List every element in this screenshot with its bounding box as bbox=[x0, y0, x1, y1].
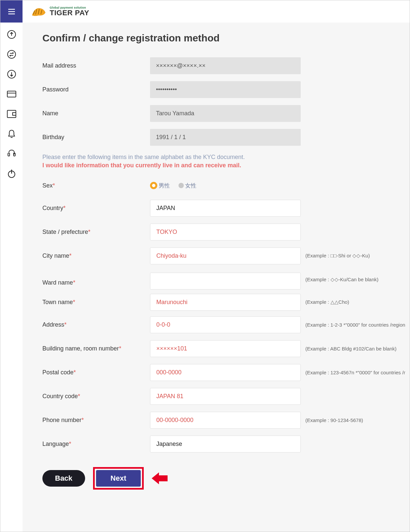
input-building[interactable] bbox=[150, 340, 301, 357]
input-country[interactable] bbox=[150, 200, 301, 217]
input-city[interactable] bbox=[150, 247, 301, 264]
page-title: Confirm / change registration method bbox=[42, 32, 405, 44]
radio-female[interactable]: 女性 bbox=[179, 182, 196, 189]
example-ward: (Example : ◇◇-Ku/Can be blank) bbox=[305, 277, 379, 283]
svg-point-5 bbox=[8, 50, 16, 58]
label-state: State / prefecture* bbox=[42, 229, 150, 236]
input-phone[interactable] bbox=[150, 412, 301, 429]
example-phone: (Example : 90-1234-5678) bbox=[305, 417, 363, 423]
sex-radio-group: 男性 女性 bbox=[150, 182, 196, 189]
label-language: Language* bbox=[42, 441, 150, 448]
svg-rect-8 bbox=[7, 91, 16, 97]
field-mail: ××××××@××××.×× bbox=[150, 57, 301, 74]
label-address: Address* bbox=[42, 321, 150, 328]
label-country-code: Country code* bbox=[42, 393, 150, 400]
field-name: Tarou Yamada bbox=[150, 105, 301, 122]
logo-brand: TIGER PAY bbox=[50, 9, 89, 17]
sidebar-withdraw-icon[interactable] bbox=[6, 69, 17, 80]
example-address: (Example : 1-2-3 *"0000" for countries /… bbox=[305, 322, 405, 328]
svg-rect-13 bbox=[8, 153, 10, 156]
input-ward[interactable] bbox=[150, 273, 301, 290]
label-building: Building name, room number* bbox=[42, 345, 150, 352]
instruction-mail: I would like information that you curren… bbox=[42, 162, 405, 169]
sidebar-deposit-icon[interactable] bbox=[6, 29, 17, 40]
input-postal[interactable] bbox=[150, 364, 301, 381]
field-birthday: 1991 / 1 / 1 bbox=[150, 129, 301, 146]
label-postal: Postal code* bbox=[42, 369, 150, 376]
hamburger-icon bbox=[8, 9, 15, 15]
radio-unselected-icon bbox=[179, 183, 184, 188]
input-state[interactable] bbox=[150, 224, 301, 240]
arrow-callout-icon bbox=[152, 472, 168, 484]
label-country: Country* bbox=[42, 205, 150, 212]
label-mail: Mail address bbox=[42, 62, 150, 69]
sidebar-support-icon[interactable] bbox=[6, 148, 17, 159]
next-button[interactable]: Next bbox=[96, 470, 141, 487]
input-town[interactable] bbox=[150, 294, 301, 311]
back-button[interactable]: Back bbox=[42, 470, 85, 487]
input-country-code[interactable] bbox=[150, 388, 301, 405]
sidebar-notification-icon[interactable] bbox=[6, 129, 17, 139]
label-name: Name bbox=[42, 110, 150, 117]
sidebar bbox=[0, 0, 23, 532]
label-city: City name* bbox=[42, 252, 150, 259]
sidebar-wallet-icon[interactable] bbox=[6, 109, 17, 119]
tiger-logo-icon bbox=[30, 5, 47, 18]
label-ward: Ward name* bbox=[42, 279, 150, 290]
topbar: Global payment solution TIGER PAY bbox=[23, 0, 410, 23]
example-postal: (Example : 123-4567n *"0000" for countri… bbox=[305, 370, 405, 375]
next-button-highlight: Next bbox=[93, 467, 144, 490]
logo[interactable]: Global payment solution TIGER PAY bbox=[30, 5, 89, 18]
field-password: •••••••••• bbox=[150, 81, 301, 98]
svg-rect-10 bbox=[7, 110, 16, 118]
example-building: (Example : ABC Bldg #102/Can be blank) bbox=[305, 346, 396, 351]
label-password: Password bbox=[42, 86, 150, 93]
label-sex: Sex* bbox=[42, 182, 150, 189]
example-town: (Example : △△Cho) bbox=[305, 299, 349, 305]
label-phone: Phone number* bbox=[42, 417, 150, 424]
label-birthday: Birthday bbox=[42, 134, 150, 141]
radio-selected-icon bbox=[150, 182, 157, 189]
sidebar-card-icon[interactable] bbox=[6, 89, 17, 99]
menu-toggle-button[interactable] bbox=[0, 0, 23, 23]
sidebar-logout-icon[interactable] bbox=[6, 168, 17, 179]
instruction-kyc: Please enter the following items in the … bbox=[42, 154, 405, 161]
svg-rect-11 bbox=[13, 113, 16, 115]
label-town: Town name* bbox=[42, 299, 150, 306]
example-city: (Example : □□-Shi or ◇◇-Ku) bbox=[305, 253, 370, 259]
sidebar-exchange-icon[interactable] bbox=[6, 49, 17, 60]
input-language[interactable] bbox=[150, 436, 301, 452]
radio-male[interactable]: 男性 bbox=[150, 182, 170, 189]
input-address[interactable] bbox=[150, 316, 301, 333]
